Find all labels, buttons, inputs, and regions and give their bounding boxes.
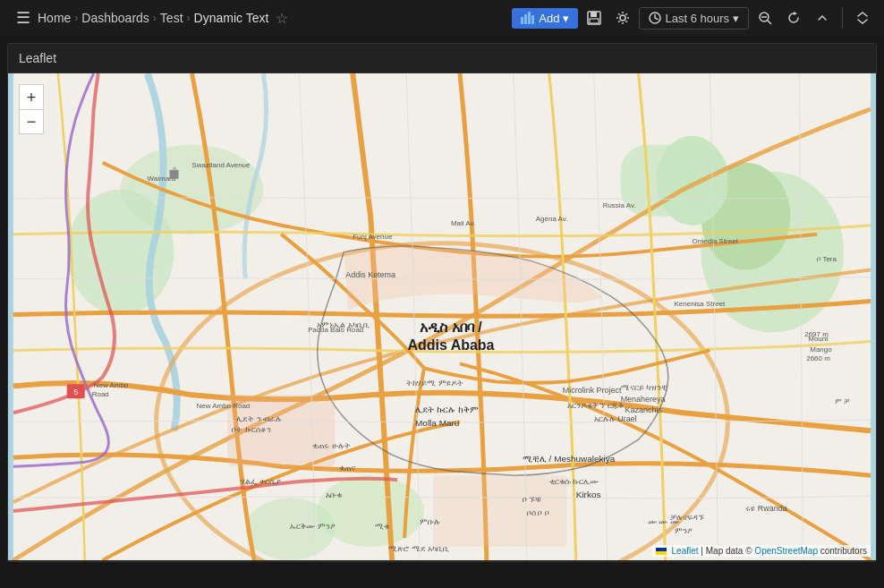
- leaflet-panel: Leaflet: [7, 43, 877, 562]
- svg-text:ቦ Tera: ቦ Tera: [817, 255, 837, 263]
- expand-chevron-button[interactable]: [810, 7, 835, 29]
- time-chevron-icon: ▾: [733, 12, 739, 25]
- svg-text:Kenenisa Street: Kenenisa Street: [675, 300, 726, 308]
- svg-text:ሚጽሮ ሜደ አካቢቢ: ሚጽሮ ሜደ አካቢቢ: [388, 544, 449, 553]
- zoom-out-button[interactable]: [752, 7, 778, 29]
- svg-rect-1: [524, 14, 527, 24]
- svg-text:ቦት ኩርሰቆን: ቦት ኩርሰቆን: [232, 425, 271, 434]
- save-button[interactable]: [582, 7, 607, 29]
- leaflet-flag: [656, 548, 667, 555]
- svg-text:Swaziland Avenue: Swaziland Avenue: [192, 161, 251, 169]
- add-button[interactable]: Add ▾: [512, 8, 578, 29]
- svg-rect-6: [590, 19, 599, 23]
- chevron-down-icon: [815, 11, 829, 25]
- svg-text:አቡቁ: አቡቁ: [326, 490, 342, 499]
- svg-rect-77: [174, 167, 176, 170]
- attribution-separator: | Map data ©: [701, 546, 752, 556]
- svg-text:New Ambo: New Ambo: [94, 381, 129, 389]
- save-icon: [587, 11, 601, 25]
- svg-text:Molla Maru: Molla Maru: [415, 418, 459, 428]
- svg-text:ቂርቁሱ ኩርሊሙ: ቂርቁሱ ኩርሊሙ: [549, 477, 599, 486]
- svg-text:ምንፆ: ምንፆ: [675, 526, 693, 535]
- svg-text:2697 m: 2697 m: [804, 330, 829, 338]
- collapse-icon: [855, 11, 870, 25]
- svg-text:ቁጠና: ቁጠና: [339, 464, 355, 473]
- svg-text:አርንዶቁቅ ኘ ርጁቅ: አርንዶቁቅ ኘ ርጁቅ: [567, 401, 624, 410]
- svg-text:Addis Ketema: Addis Ketema: [345, 270, 395, 279]
- breadcrumb-home[interactable]: Home: [38, 11, 71, 25]
- navigation-bar: ☰ Home › Dashboards › Test › Dynamic Tex…: [0, 0, 884, 36]
- refresh-button[interactable]: [781, 7, 806, 29]
- dashboard-content: Leaflet: [0, 36, 884, 588]
- svg-text:ሊደት ኩርሉ ከቅም: ሊደት ኩርሉ ከቅም: [415, 405, 479, 414]
- svg-text:Mail Av.: Mail Av.: [451, 219, 475, 227]
- breadcrumb: Home › Dashboards › Test › Dynamic Text …: [38, 6, 512, 30]
- svg-text:New Ambo Road: New Ambo Road: [197, 402, 251, 410]
- svg-text:Microlink Project: Microlink Project: [563, 386, 622, 395]
- svg-text:ሊደት ን ብራሉ: ሊደት ን ብራሉ: [236, 414, 282, 423]
- svg-text:Mango: Mango: [810, 345, 832, 354]
- svg-text:ም ቻ: ም ቻ: [835, 397, 850, 405]
- favorite-button[interactable]: ☆: [272, 6, 292, 30]
- svg-rect-2: [528, 12, 531, 24]
- collapse-button[interactable]: [850, 7, 875, 29]
- svg-text:Agena Av.: Agena Av.: [536, 215, 568, 223]
- refresh-icon: [786, 11, 801, 25]
- zoom-out-button[interactable]: −: [19, 109, 44, 134]
- svg-text:ትከሃይሚ ምዩዶት: ትከሃይሚ ምዩዶት: [406, 379, 463, 388]
- zoom-in-button[interactable]: +: [19, 84, 44, 109]
- add-chevron-icon: ▾: [563, 12, 569, 25]
- svg-text:5: 5: [73, 388, 78, 396]
- svg-rect-76: [170, 170, 179, 179]
- breadcrumb-dashboards[interactable]: Dashboards: [81, 11, 149, 25]
- osm-link[interactable]: OpenStreetMap: [754, 546, 818, 556]
- svg-rect-0: [521, 17, 523, 24]
- gear-icon: [616, 11, 630, 25]
- settings-button[interactable]: [610, 7, 635, 29]
- breadcrumb-test[interactable]: Test: [160, 11, 183, 25]
- panel-body: አዲስ አበባ / Addis Ababa Addis Ketema አምኑኤል…: [8, 73, 876, 560]
- svg-point-16: [121, 145, 264, 234]
- breadcrumb-sep-3: ›: [187, 12, 191, 24]
- svg-text:Russia Av.: Russia Av.: [603, 201, 636, 209]
- map-attribution: Leaflet | Map data © OpenStreetMap contr…: [652, 545, 871, 557]
- svg-text:ኡርቅሙ ምንፆ: ኡርቅሙ ምንፆ: [290, 522, 336, 531]
- svg-text:ቦ ኙቹ: ቦ ኙቹ: [523, 495, 542, 504]
- svg-rect-5: [591, 12, 597, 17]
- time-range-label: Last 6 hours: [665, 12, 729, 25]
- svg-point-7: [620, 15, 625, 21]
- svg-text:ሚቁ: ሚቁ: [375, 522, 389, 531]
- nav-divider: [842, 7, 843, 29]
- svg-text:ሜናርይ ካዝንቺ: ሜናርይ ካዝንቺ: [621, 383, 667, 392]
- map-svg: አዲስ አበባ / Addis Ababa Addis Ketema አምኑኤል…: [8, 73, 876, 560]
- leaflet-link[interactable]: Leaflet: [672, 546, 699, 556]
- svg-text:አዲስ አበባ /: አዲስ አበባ /: [420, 320, 482, 335]
- svg-text:ቂጠሩ ሁሉት: ቂጠሩ ሁሉት: [312, 441, 351, 450]
- time-range-button[interactable]: Last 6 hours ▾: [639, 7, 749, 30]
- svg-text:Road: Road: [92, 390, 109, 398]
- breadcrumb-dynamic-text: Dynamic Text: [194, 11, 269, 25]
- svg-text:ቦሰ ቦ ቦ: ቦሰ ቦ ቦ: [527, 508, 549, 517]
- magnify-minus-icon: [758, 11, 772, 25]
- svg-text:Funj Avenue: Funj Avenue: [353, 233, 393, 241]
- hamburger-button[interactable]: ☰: [9, 4, 38, 31]
- svg-text:Kazanchis: Kazanchis: [625, 405, 663, 414]
- panel-title: Leaflet: [8, 44, 876, 73]
- svg-text:ምቡሉ: ምቡሉ: [420, 517, 440, 526]
- breadcrumb-sep-1: ›: [74, 12, 78, 24]
- svg-text:Pacda Balo Road: Pacda Balo Road: [308, 326, 363, 334]
- svg-text:ሃልፌ ቀርሲያ: ሃልፌ ቀርሲያ: [241, 477, 281, 486]
- svg-text:Menahereya: Menahereya: [621, 395, 666, 404]
- clock-icon: [649, 12, 661, 24]
- svg-text:2660 m: 2660 m: [806, 354, 830, 362]
- zoom-controls: + −: [19, 84, 44, 134]
- bar-chart-icon: [521, 12, 535, 24]
- svg-text:አርሉሉ Urael: አርሉሉ Urael: [594, 414, 637, 423]
- svg-text:ቻሉናፍዳኙ: ቻሉናፍዳኙ: [670, 513, 704, 522]
- svg-text:Addis Ababa: Addis Ababa: [407, 337, 494, 353]
- map-container[interactable]: አዲስ አበባ / Addis Ababa Addis Ketema አምኑኤል…: [8, 73, 876, 560]
- svg-text:Omedia Street: Omedia Street: [692, 237, 738, 245]
- attribution-contributors: contributors: [820, 546, 867, 556]
- add-label: Add: [539, 12, 559, 25]
- svg-text:Kirkos: Kirkos: [576, 490, 601, 499]
